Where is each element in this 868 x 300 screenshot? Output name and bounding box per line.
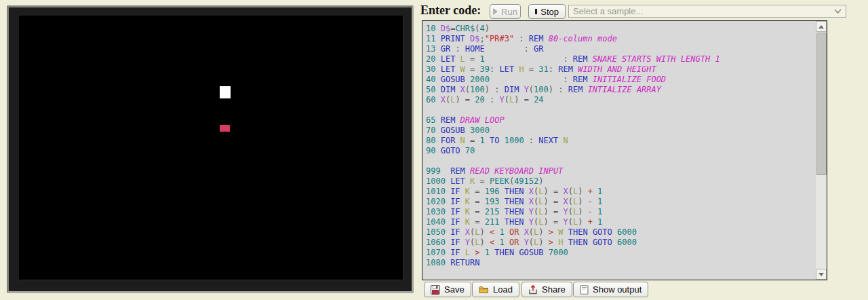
scrollbar-thumb[interactable] — [816, 33, 827, 175]
code-line: 70 GOSUB 3000 — [426, 126, 816, 136]
sample-select[interactable]: Select a sample... — [568, 5, 846, 18]
folder-icon — [479, 285, 489, 294]
code-line: 50 DIM X(100) : DIM Y(100) : REM INTIALI… — [426, 85, 816, 95]
show-output-button[interactable]: Show output — [573, 282, 648, 297]
code-line: 40 GOSUB 2000 : REM INITIALIZE FOOD — [426, 75, 816, 85]
share-button[interactable]: Share — [521, 282, 572, 297]
code-line: 999 REM READ KEYBOARD INPUT — [426, 166, 816, 176]
code-line: 20 LET L = 1 : REM SNAKE STARTS WITH LEN… — [426, 54, 816, 64]
code-editor[interactable]: 10 D$=CHR$(4)11 PRINT D$;"PR#3" : REM 80… — [422, 20, 827, 280]
stop-button[interactable]: Stop — [528, 4, 566, 19]
code-line: 10 D$=CHR$(4) — [426, 24, 816, 34]
save-button[interactable]: Save — [424, 282, 471, 297]
run-button[interactable]: Run — [490, 4, 521, 19]
code-line: 1020 IF K = 193 THEN X(L) = X(L) - 1 — [426, 197, 816, 207]
code-line — [426, 105, 816, 115]
save-button-label: Save — [444, 284, 465, 295]
code-line: 13 GR : HOME : GR — [426, 44, 816, 54]
show-output-button-label: Show output — [593, 284, 642, 295]
play-icon — [493, 8, 498, 15]
load-button[interactable]: Load — [472, 282, 519, 297]
floppy-disk-icon — [431, 285, 440, 295]
scroll-up-icon — [818, 25, 824, 29]
code-line: 1000 LET K = PEEK(49152) — [426, 176, 816, 187]
code-line: 90 GOTO 70 — [426, 146, 816, 156]
sample-select-placeholder: Select a sample... — [573, 6, 643, 16]
code-line: 60 X(L) = 20 : Y(L) = 24 — [426, 95, 816, 105]
share-button-label: Share — [542, 284, 566, 295]
code-line: 1999 REM INITIALIZE FOOD — [426, 278, 816, 280]
code-line: 1080 RETURN — [426, 258, 816, 268]
code-line: 1010 IF K = 196 THEN X(L) = X(L) + 1 — [426, 187, 816, 197]
code-line: 1050 IF X(L) < 1 OR X(L) > W THEN GOTO 6… — [426, 227, 816, 238]
applesoft-basic-app: Enter code: Run Stop Select a sample... … — [0, 0, 868, 300]
output-document-icon — [580, 285, 589, 295]
code-line — [426, 156, 816, 166]
code-line: 30 LET W = 39: LET H = 31: REM WIDTH AND… — [426, 64, 816, 75]
editor-scrollbar[interactable] — [816, 21, 827, 280]
load-button-label: Load — [493, 284, 513, 295]
food-pixel — [220, 125, 230, 132]
code-text: 10 D$=CHR$(4)11 PRINT D$;"PR#3" : REM 80… — [422, 21, 816, 280]
enter-code-label: Enter code: — [420, 3, 481, 18]
apple2-graphics-screen — [19, 16, 403, 280]
code-line: 1070 IF L > 1 THEN GOSUB 7000 — [426, 248, 816, 258]
snake-pixel — [220, 86, 231, 98]
code-line: 11 PRINT D$;"PR#3" : REM 80-column mode — [426, 34, 816, 44]
code-line: 1040 IF K = 211 THEN Y(L) = Y(L) + 1 — [426, 217, 816, 227]
chevron-down-icon — [834, 9, 842, 14]
scroll-down-button[interactable] — [816, 269, 827, 280]
stop-icon — [535, 9, 537, 14]
scroll-up-button[interactable] — [816, 21, 827, 32]
share-icon — [528, 285, 538, 295]
code-line — [426, 268, 816, 278]
stop-button-label: Stop — [540, 7, 559, 17]
apple2-monitor-bezel — [7, 5, 414, 293]
code-line: 65 REM DRAW LOOP — [426, 115, 816, 126]
run-button-label: Run — [501, 7, 517, 17]
scroll-down-icon — [818, 273, 824, 276]
code-line: 1030 IF K = 215 THEN Y(L) = Y(L) - 1 — [426, 207, 816, 217]
code-line: 1060 IF Y(L) < 1 OR Y(L) > H THEN GOTO 6… — [426, 238, 816, 248]
code-line: 80 FOR N = 1 TO 1000 : NEXT N — [426, 136, 816, 146]
